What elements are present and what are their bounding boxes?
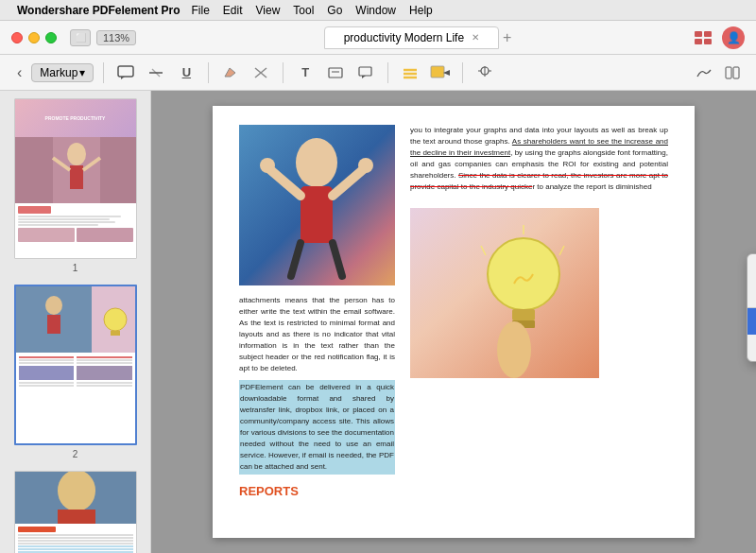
- svg-rect-1: [704, 31, 712, 37]
- close-window-button[interactable]: [11, 32, 23, 43]
- svg-point-40: [58, 472, 95, 511]
- new-tab-button[interactable]: +: [503, 29, 511, 46]
- divider-3: [283, 62, 284, 83]
- text-icon[interactable]: T: [293, 61, 318, 84]
- thumb3-img: [15, 472, 136, 524]
- menubar: Wondershare PDFelement Pro File Edit Vie…: [0, 0, 756, 21]
- maximize-window-button[interactable]: [45, 32, 57, 43]
- svg-rect-38: [111, 331, 120, 336]
- svg-rect-0: [695, 31, 702, 37]
- divider-1: [103, 62, 104, 83]
- pdf-page: attachments means that the person has to…: [213, 106, 695, 538]
- eraser-icon[interactable]: [218, 61, 243, 84]
- markup-dropdown[interactable]: Markup ▾: [31, 63, 94, 82]
- svg-rect-4: [118, 66, 133, 77]
- page-number-2: 2: [73, 449, 78, 459]
- sidebar-thumbnails: PROMOTE PRODUCTIVITY: [0, 91, 151, 553]
- pdf-content-area[interactable]: attachments means that the person has to…: [151, 91, 756, 553]
- color-box-icon[interactable]: [428, 61, 453, 84]
- menu-edit[interactable]: Edit: [223, 4, 243, 17]
- toolbar-nav: ‹ Markup ▾: [11, 62, 94, 83]
- left-text-attachments: attachments means that the person has to…: [239, 295, 395, 374]
- menu-view[interactable]: View: [256, 4, 281, 17]
- divider-2: [208, 62, 209, 83]
- page-layout: attachments means that the person has to…: [239, 125, 668, 501]
- thumb2-img: [16, 286, 135, 353]
- right-top-text: you to integrate your graphs and data in…: [410, 125, 668, 193]
- menu-window[interactable]: Window: [355, 4, 396, 17]
- svg-point-37: [104, 308, 127, 331]
- main-area: PROMOTE PRODUCTIVITY: [0, 91, 756, 553]
- lightbulb-image: [410, 208, 668, 378]
- titlebar: ⬜ 113% productivity Modern Life ✕ + 👤: [0, 21, 756, 55]
- svg-marker-14: [362, 76, 366, 78]
- page-thumb-3[interactable]: [8, 471, 143, 553]
- menu-tool[interactable]: Tool: [293, 4, 314, 17]
- tab-title: productivity Modern Life: [344, 31, 464, 44]
- context-menu-copy-text[interactable]: Copy Text: [747, 335, 756, 361]
- tab-bar: productivity Modern Life ✕ +: [153, 26, 682, 49]
- minimize-window-button[interactable]: [28, 32, 40, 43]
- left-text-pdfelement: PDFElement can be delivered in a quick d…: [239, 380, 395, 475]
- svg-rect-53: [512, 309, 535, 320]
- markup-label: Markup: [40, 66, 77, 79]
- context-menu: Color... Note Clear Copy Text: [747, 253, 756, 362]
- svg-point-55: [497, 321, 531, 378]
- reports-heading: REPORTS: [239, 482, 395, 501]
- thumb3-content: [15, 524, 136, 553]
- page-thumb-2[interactable]: 2: [8, 285, 143, 459]
- traffic-lights: [11, 32, 57, 43]
- svg-rect-35: [47, 315, 60, 334]
- menu-go[interactable]: Go: [327, 4, 342, 17]
- toolbar-right: [692, 61, 745, 84]
- page-thumb-1[interactable]: PROMOTE PRODUCTIVITY: [8, 98, 143, 273]
- textbox-icon[interactable]: [323, 61, 348, 84]
- thumb-image-2: [14, 285, 137, 445]
- svg-point-43: [296, 138, 337, 187]
- person-image: [239, 125, 395, 285]
- thumb1-content: [15, 203, 136, 245]
- thumb-image-1: PROMOTE PRODUCTIVITY: [14, 98, 137, 259]
- comment-icon[interactable]: [113, 61, 138, 84]
- grid-view-icon[interactable]: [692, 29, 714, 46]
- sidebar-toggle-button[interactable]: ⬜: [70, 29, 91, 46]
- menu-file[interactable]: File: [192, 4, 210, 17]
- underline-icon[interactable]: U: [174, 61, 198, 84]
- window-controls: ⬜ 113%: [70, 29, 136, 46]
- page-number-1: 1: [73, 263, 78, 273]
- divider-5: [462, 62, 463, 83]
- sign-icon[interactable]: [692, 61, 716, 84]
- markup-arrow-icon: ▾: [79, 66, 85, 79]
- svg-marker-8: [225, 68, 235, 77]
- svg-point-52: [488, 238, 559, 310]
- expand-panel-icon[interactable]: [720, 61, 745, 84]
- stamp-icon[interactable]: [472, 61, 497, 84]
- clear-markup-icon[interactable]: [249, 61, 273, 84]
- menu-help[interactable]: Help: [409, 4, 433, 17]
- callout-icon[interactable]: [353, 61, 378, 84]
- svg-rect-2: [695, 39, 702, 44]
- strikethrough-icon[interactable]: [144, 61, 168, 84]
- zoom-level[interactable]: 113%: [96, 30, 136, 45]
- page-right-column: you to integrate your graphs and data in…: [410, 125, 668, 501]
- svg-rect-24: [726, 67, 731, 78]
- tab-close-button[interactable]: ✕: [472, 32, 479, 43]
- svg-rect-41: [58, 510, 95, 524]
- context-menu-clear[interactable]: Clear: [747, 308, 756, 335]
- user-avatar-icon[interactable]: 👤: [722, 26, 745, 49]
- highlight-lines-icon[interactable]: [398, 61, 422, 84]
- svg-rect-13: [359, 67, 371, 76]
- active-tab[interactable]: productivity Modern Life ✕: [324, 26, 499, 49]
- titlebar-right-actions: 👤: [692, 26, 745, 49]
- svg-point-34: [45, 296, 62, 315]
- context-menu-note[interactable]: Note: [747, 281, 756, 307]
- svg-rect-18: [431, 66, 444, 78]
- svg-rect-44: [301, 186, 333, 243]
- context-menu-color[interactable]: Color...: [747, 254, 756, 281]
- thumb1-header: PROMOTE PRODUCTIVITY: [15, 99, 136, 137]
- thumb2-content: [16, 353, 135, 390]
- divider-4: [387, 62, 388, 83]
- nav-back-button[interactable]: ‹: [11, 62, 27, 83]
- menu-items: File Edit View Tool Go Window Help: [192, 4, 433, 17]
- svg-rect-25: [733, 67, 739, 78]
